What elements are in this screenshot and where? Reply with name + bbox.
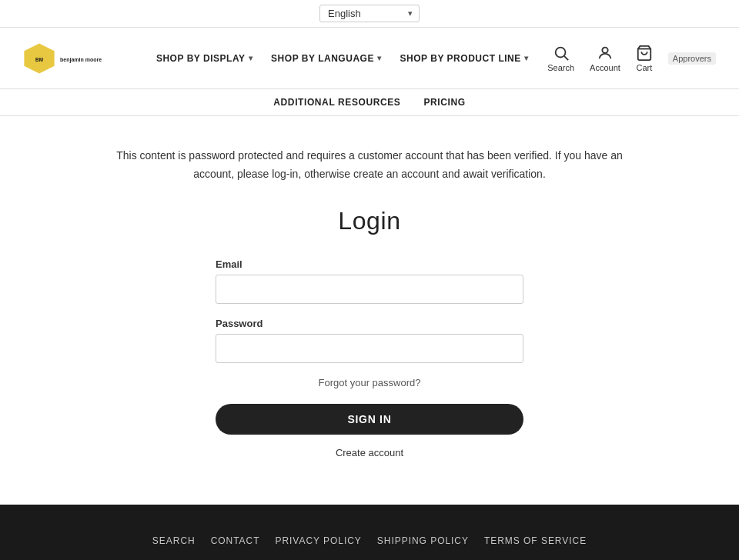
- login-title: Login: [115, 207, 624, 235]
- account-icon-button[interactable]: Account: [590, 45, 620, 72]
- account-icon: [597, 45, 614, 62]
- logo-text-icon: benjamin moore: [60, 48, 137, 69]
- svg-point-6: [602, 47, 607, 52]
- login-form: Email Password Forgot your password? Sig…: [216, 258, 523, 458]
- main-nav: BM benjamin moore Shop by Display Shop b…: [0, 28, 739, 89]
- language-bar: English: [0, 0, 739, 28]
- nav-icons: Search Account Cart Approvers: [547, 45, 716, 72]
- logo-area[interactable]: BM benjamin moore: [23, 42, 137, 75]
- create-account-link[interactable]: Create account: [216, 447, 523, 458]
- email-group: Email: [216, 258, 523, 304]
- nav-shop-language[interactable]: Shop by Language: [271, 53, 381, 64]
- password-label: Password: [216, 318, 523, 329]
- svg-text:benjamin moore: benjamin moore: [60, 57, 102, 63]
- footer-links: Search Contact Privacy Policy Shipping P…: [15, 535, 724, 546]
- cart-icon: [636, 45, 653, 62]
- language-selector[interactable]: English: [319, 5, 420, 22]
- footer-terms-link[interactable]: Terms of Service: [484, 535, 587, 546]
- nav-pricing[interactable]: Pricing: [423, 97, 465, 108]
- footer: Search Contact Privacy Policy Shipping P…: [0, 505, 739, 560]
- forgot-password-link[interactable]: Forgot your password?: [216, 377, 523, 388]
- logo-icon: BM: [23, 42, 55, 75]
- cart-icon-button[interactable]: Cart: [636, 45, 653, 72]
- svg-text:BM: BM: [35, 56, 43, 62]
- email-input[interactable]: [216, 275, 523, 304]
- search-label: Search: [547, 63, 574, 72]
- account-label: Account: [590, 63, 620, 72]
- password-input[interactable]: [216, 334, 523, 363]
- footer-contact-link[interactable]: Contact: [211, 535, 260, 546]
- secondary-nav: Additional Resources Pricing: [0, 89, 739, 116]
- password-group: Password: [216, 318, 523, 363]
- nav-shop-display[interactable]: Shop by Display: [156, 53, 252, 64]
- nav-shop-product-line[interactable]: Shop by Product Line: [400, 53, 529, 64]
- svg-line-5: [564, 56, 568, 60]
- footer-shipping-link[interactable]: Shipping Policy: [377, 535, 469, 546]
- nav-links: Shop by Display Shop by Language Shop by…: [156, 53, 528, 64]
- footer-privacy-link[interactable]: Privacy Policy: [275, 535, 361, 546]
- sign-in-button[interactable]: Sign In: [216, 404, 523, 435]
- svg-point-4: [555, 47, 565, 57]
- intro-text: This content is password protected and r…: [115, 147, 624, 184]
- main-content: This content is password protected and r…: [100, 116, 639, 505]
- search-icon: [553, 45, 570, 62]
- cart-label: Cart: [636, 63, 652, 72]
- search-icon-button[interactable]: Search: [547, 45, 574, 72]
- footer-search-link[interactable]: Search: [152, 535, 196, 546]
- email-label: Email: [216, 258, 523, 270]
- nav-additional-resources[interactable]: Additional Resources: [273, 97, 400, 108]
- approvers-badge[interactable]: Approvers: [668, 52, 716, 65]
- language-selected-label: English: [328, 8, 361, 19]
